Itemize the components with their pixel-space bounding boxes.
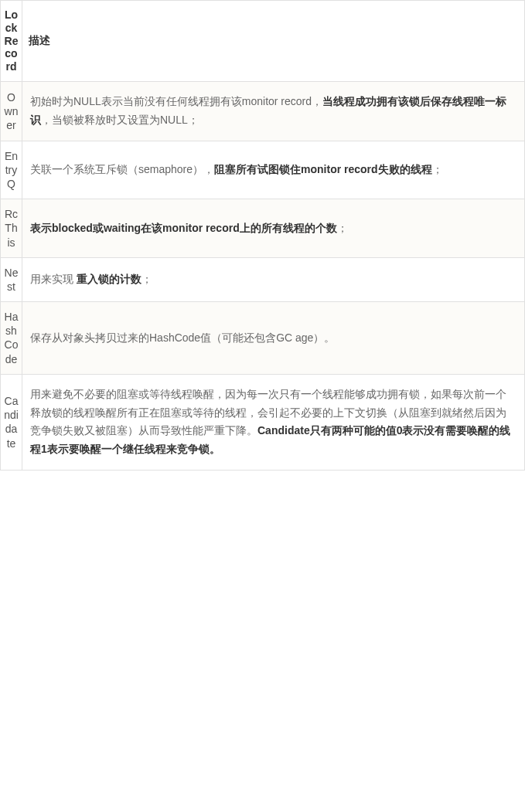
desc-text-bold: 表示blocked或waiting在该monitor record上的所有线程的…	[30, 222, 337, 234]
desc-text-bold: 重入锁的计数	[77, 273, 141, 285]
row-name-label: Owner	[4, 90, 19, 133]
desc-text-post: ；	[337, 222, 348, 234]
desc-text-pre: 关联一个系统互斥锁（semaphore），	[30, 163, 214, 175]
table-header-row: LockRecord 描述	[1, 1, 525, 82]
row-desc-cell: 保存从对象头拷贝过来的HashCode值（可能还包含GC age）。	[22, 302, 525, 375]
desc-text-post: ；	[141, 273, 152, 285]
table-row: HashCode保存从对象头拷贝过来的HashCode值（可能还包含GC age…	[1, 302, 525, 375]
desc-text-bold: 阻塞所有试图锁住monitor record失败的线程	[214, 163, 432, 175]
row-name-label: HashCode	[4, 310, 19, 366]
desc-text-post: ；	[432, 163, 443, 175]
row-name-cell: EntryQ	[1, 141, 22, 199]
row-name-label: RcThis	[4, 207, 19, 250]
row-desc-cell: 关联一个系统互斥锁（semaphore），阻塞所有试图锁住monitor rec…	[22, 141, 525, 199]
desc-text-pre: 保存从对象头拷贝过来的HashCode值（可能还包含GC age）。	[30, 331, 335, 344]
table-row: RcThis表示blocked或waiting在该monitor record上…	[1, 199, 525, 258]
header-lockrecord-label: LockRecord	[4, 8, 19, 73]
table-body: Owner初始时为NULL表示当前没有任何线程拥有该monitor record…	[1, 81, 525, 470]
row-name-cell: Candidate	[1, 374, 22, 470]
desc-text-pre: 用来实现	[30, 273, 77, 285]
header-lockrecord: LockRecord	[1, 1, 22, 82]
table-row: Owner初始时为NULL表示当前没有任何线程拥有该monitor record…	[1, 81, 525, 141]
row-desc-cell: 用来避免不必要的阻塞或等待线程唤醒，因为每一次只有一个线程能够成功拥有锁，如果每…	[22, 374, 525, 470]
row-desc-cell: 表示blocked或waiting在该monitor record上的所有线程的…	[22, 199, 525, 258]
row-name-label: Candidate	[4, 394, 19, 450]
table-row: Nest用来实现 重入锁的计数；	[1, 257, 525, 301]
row-name-cell: Nest	[1, 257, 22, 301]
row-name-cell: Owner	[1, 81, 22, 141]
row-name-label: Nest	[4, 266, 19, 294]
lock-record-table: LockRecord 描述 Owner初始时为NULL表示当前没有任何线程拥有该…	[0, 0, 525, 471]
desc-text-post: ，当锁被释放时又设置为NULL；	[41, 114, 199, 126]
row-desc-cell: 用来实现 重入锁的计数；	[22, 257, 525, 301]
table-row: Candidate用来避免不必要的阻塞或等待线程唤醒，因为每一次只有一个线程能够…	[1, 374, 525, 470]
table-row: EntryQ关联一个系统互斥锁（semaphore），阻塞所有试图锁住monit…	[1, 141, 525, 199]
row-name-label: EntryQ	[4, 149, 19, 192]
header-description: 描述	[22, 1, 525, 82]
desc-text-pre: 初始时为NULL表示当前没有任何线程拥有该monitor record，	[30, 95, 322, 107]
row-name-cell: RcThis	[1, 199, 22, 258]
row-desc-cell: 初始时为NULL表示当前没有任何线程拥有该monitor record，当线程成…	[22, 81, 525, 141]
row-name-cell: HashCode	[1, 302, 22, 375]
